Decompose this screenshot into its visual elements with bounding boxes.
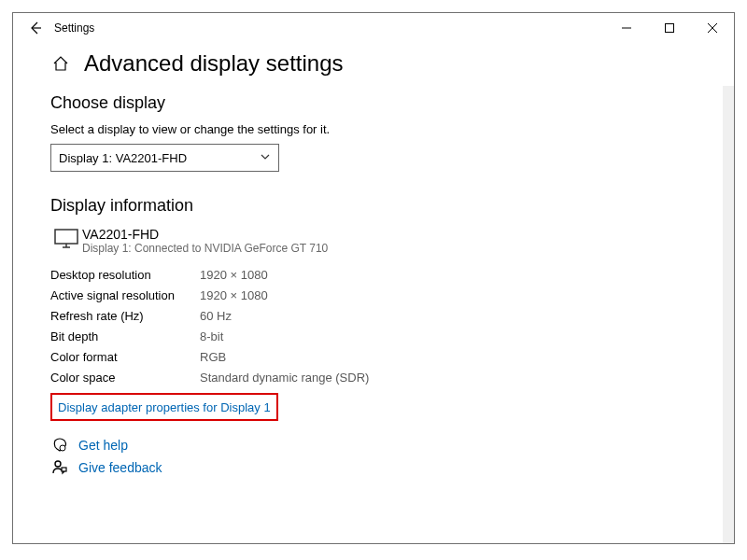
svg-rect-4 bbox=[62, 468, 66, 471]
display-selector-value: Display 1: VA2201-FHD bbox=[59, 151, 187, 165]
info-key: Refresh rate (Hz) bbox=[50, 309, 200, 323]
titlebar: Settings bbox=[13, 13, 734, 43]
info-row: Color format RGB bbox=[50, 346, 697, 367]
give-feedback-link[interactable]: Give feedback bbox=[50, 460, 697, 475]
info-row: Desktop resolution 1920 × 1080 bbox=[50, 264, 697, 285]
get-help-label: Get help bbox=[78, 438, 128, 453]
back-button[interactable] bbox=[24, 13, 47, 43]
close-icon bbox=[708, 23, 717, 33]
highlighted-link-box: Display adapter properties for Display 1 bbox=[50, 393, 278, 421]
choose-display-heading: Choose display bbox=[50, 93, 697, 113]
info-row: Color space Standard dynamic range (SDR) bbox=[50, 367, 697, 387]
arrow-left-icon bbox=[28, 21, 43, 35]
home-button[interactable] bbox=[50, 53, 71, 74]
window-title: Settings bbox=[54, 21, 94, 35]
info-val: RGB bbox=[200, 350, 226, 364]
help-icon bbox=[50, 438, 69, 453]
display-information-heading: Display information bbox=[50, 196, 697, 216]
minimize-button[interactable] bbox=[605, 13, 648, 43]
info-val: 1920 × 1080 bbox=[200, 288, 268, 302]
info-key: Bit depth bbox=[50, 329, 200, 343]
get-help-link[interactable]: Get help bbox=[50, 438, 697, 453]
info-key: Active signal resolution bbox=[50, 288, 200, 302]
page-title: Advanced display settings bbox=[84, 50, 344, 77]
feedback-icon bbox=[50, 460, 69, 475]
svg-point-2 bbox=[60, 445, 65, 451]
page-header: Advanced display settings bbox=[50, 50, 697, 77]
info-row: Active signal resolution 1920 × 1080 bbox=[50, 285, 697, 305]
give-feedback-label: Give feedback bbox=[78, 460, 162, 475]
info-val: 60 Hz bbox=[200, 309, 232, 323]
close-button[interactable] bbox=[691, 13, 734, 43]
monitor-name: VA2201-FHD bbox=[82, 227, 328, 242]
choose-display-desc: Select a display to view or change the s… bbox=[50, 122, 697, 136]
maximize-button[interactable] bbox=[648, 13, 691, 43]
svg-rect-0 bbox=[666, 24, 674, 33]
info-val: Standard dynamic range (SDR) bbox=[200, 371, 369, 385]
maximize-icon bbox=[665, 23, 674, 33]
display-info-table: Desktop resolution 1920 × 1080 Active si… bbox=[50, 264, 697, 387]
info-val: 8-bit bbox=[200, 329, 223, 343]
info-val: 1920 × 1080 bbox=[200, 268, 268, 282]
chevron-down-icon bbox=[260, 151, 271, 165]
display-selector[interactable]: Display 1: VA2201-FHD bbox=[50, 144, 279, 172]
monitor-icon bbox=[50, 227, 82, 249]
footer-links: Get help Give feedback bbox=[50, 438, 697, 475]
info-row: Refresh rate (Hz) 60 Hz bbox=[50, 305, 697, 326]
window-controls bbox=[605, 13, 734, 43]
scrollbar[interactable] bbox=[723, 86, 734, 543]
monitor-connection: Display 1: Connected to NVIDIA GeForce G… bbox=[82, 242, 328, 255]
monitor-summary: VA2201-FHD Display 1: Connected to NVIDI… bbox=[50, 227, 697, 255]
display-adapter-properties-link[interactable]: Display adapter properties for Display 1 bbox=[58, 400, 271, 414]
info-row: Bit depth 8-bit bbox=[50, 326, 697, 346]
display-information-section: Display information VA2201-FHD Display 1… bbox=[50, 196, 697, 475]
settings-window: Settings Advanced display settings Choos… bbox=[12, 12, 735, 544]
info-key: Color space bbox=[50, 371, 200, 385]
info-key: Color format bbox=[50, 350, 200, 364]
content-area: Advanced display settings Choose display… bbox=[13, 43, 734, 492]
svg-rect-1 bbox=[55, 230, 78, 244]
home-icon bbox=[52, 55, 69, 72]
minimize-icon bbox=[622, 23, 631, 33]
svg-point-3 bbox=[55, 461, 61, 467]
info-key: Desktop resolution bbox=[50, 268, 200, 282]
